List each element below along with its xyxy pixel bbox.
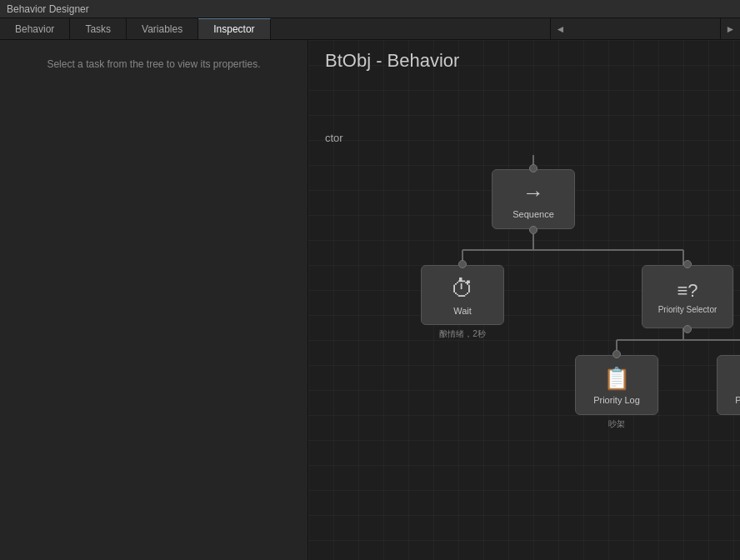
tab-bar: Behavior Tasks Variables Inspector ◄ ► [0, 18, 740, 40]
priority-selector-icon: ≡? [677, 280, 698, 302]
priority-log-2-node[interactable]: 📋 Priority Log 道歉 [717, 355, 740, 430]
priority-selector-connector-top [683, 260, 692, 268]
priority-log-1-box[interactable]: 📋 Priority Log [575, 355, 658, 415]
wait-connector-top [458, 260, 467, 268]
wait-label: Wait [453, 306, 472, 316]
selector-label: ctor [325, 132, 343, 144]
priority-log-2-box[interactable]: 📋 Priority Log [717, 355, 740, 415]
priority-selector-box[interactable]: ≡? Priority Selector [642, 265, 733, 328]
canvas-panel[interactable]: BtObj - Behavior ctor [308, 40, 740, 560]
app-title: Behavior Designer [7, 3, 89, 15]
priority-log-1-label: Priority Log [593, 395, 640, 405]
sequence-node-box[interactable]: → Sequence [492, 169, 575, 229]
wait-node-box[interactable]: ⏱ Wait [421, 265, 504, 325]
priority-selector-connector-bottom [683, 325, 692, 333]
title-bar: Behavior Designer [0, 0, 740, 18]
priority-log-1-node[interactable]: 📋 Priority Log 吵架 [575, 355, 658, 430]
nav-arrows: ◄ ► [550, 18, 740, 39]
sequence-label: Sequence [512, 209, 554, 219]
main-content: Select a task from the tree to view its … [0, 40, 740, 560]
sequence-connector-top [529, 164, 538, 172]
tab-tasks[interactable]: Tasks [70, 18, 127, 39]
wait-node[interactable]: ⏱ Wait 酿情绪，2秒 [421, 265, 504, 340]
tab-inspector[interactable]: Inspector [198, 18, 270, 39]
inspector-message: Select a task from the tree to view its … [0, 40, 308, 89]
tab-variables[interactable]: Variables [127, 18, 198, 39]
priority-log-2-label: Priority Log [735, 395, 740, 405]
priority-selector-label: Priority Selector [658, 305, 718, 314]
nav-right-arrow[interactable]: ► [720, 18, 740, 40]
canvas-title: BtObj - Behavior [325, 50, 459, 72]
tab-behavior[interactable]: Behavior [0, 18, 70, 39]
priority-log-1-sublabel: 吵架 [608, 418, 625, 430]
sequence-node[interactable]: → Sequence [492, 169, 575, 229]
priority-log-1-icon: 📋 [603, 366, 630, 392]
sequence-icon: → [522, 180, 544, 206]
wait-icon: ⏱ [451, 275, 474, 302]
sequence-connector-bottom [529, 226, 538, 234]
priority-log-1-connector-top [612, 350, 621, 358]
wait-sublabel: 酿情绪，2秒 [439, 328, 486, 340]
nav-left-arrow[interactable]: ◄ [550, 18, 570, 40]
inspector-panel: Select a task from the tree to view its … [0, 40, 308, 560]
priority-selector-node[interactable]: ≡? Priority Selector [642, 265, 733, 328]
